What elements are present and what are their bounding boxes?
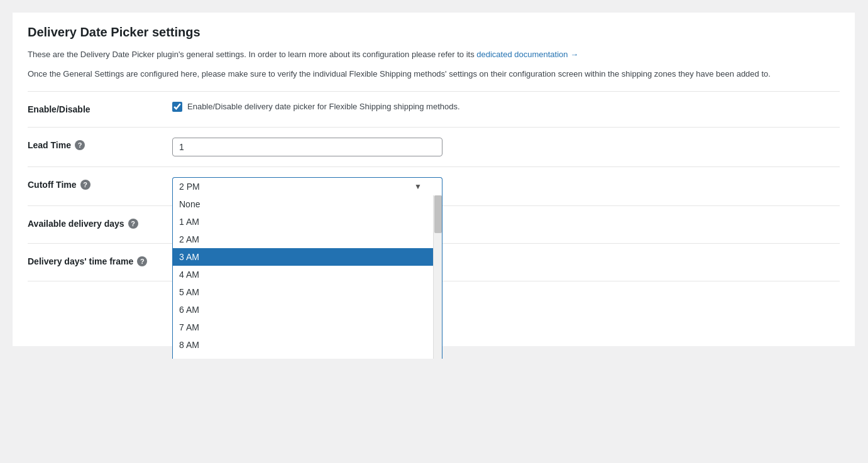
cutoff-time-row: Cutoff Time ? 2 PM ▼ None 1 AM (28, 166, 840, 205)
cutoff-time-select[interactable]: 2 PM ▼ (172, 177, 442, 195)
lead-time-field (166, 127, 840, 166)
option-6am[interactable]: 6 AM (173, 301, 433, 319)
enable-disable-checkbox[interactable] (172, 102, 182, 112)
cutoff-time-help-icon[interactable]: ? (80, 180, 91, 190)
save-row-label (28, 281, 166, 321)
option-9am[interactable]: 9 AM (173, 354, 433, 359)
lead-time-label: Lead Time ? (28, 127, 166, 166)
page-title: Delivery Date Picker settings (28, 25, 840, 40)
description-2: Once the General Settings are configured… (28, 68, 840, 81)
cutoff-time-label: Cutoff Time ? (28, 166, 166, 205)
dropdown-scrollbar[interactable] (433, 195, 442, 359)
description-1: These are the Delivery Date Picker plugi… (28, 48, 840, 62)
documentation-link[interactable]: dedicated documentation → (476, 50, 578, 59)
lead-time-help-icon[interactable]: ? (75, 140, 85, 150)
settings-table: Enable/Disable Enable/Disable delivery d… (28, 91, 840, 321)
cutoff-time-select-wrapper: 2 PM ▼ None 1 AM 2 AM 3 AM 4 AM 5 AM (172, 177, 442, 195)
cutoff-time-dropdown: None 1 AM 2 AM 3 AM 4 AM 5 AM 6 AM 7 AM … (172, 195, 442, 359)
option-2am[interactable]: 2 AM (173, 231, 433, 248)
available-delivery-days-help-icon[interactable]: ? (128, 219, 138, 229)
delivery-days-time-frame-help-icon[interactable]: ? (137, 256, 147, 266)
enable-disable-field: Enable/Disable delivery date picker for … (166, 91, 840, 127)
option-7am[interactable]: 7 AM (173, 319, 433, 336)
dropdown-scrollbar-thumb (434, 195, 442, 233)
cutoff-time-options-list[interactable]: None 1 AM 2 AM 3 AM 4 AM 5 AM 6 AM 7 AM … (173, 195, 433, 359)
chevron-down-icon: ▼ (414, 182, 422, 191)
cutoff-time-field: 2 PM ▼ None 1 AM 2 AM 3 AM 4 AM 5 AM (166, 166, 840, 205)
option-5am[interactable]: 5 AM (173, 283, 433, 301)
option-3am[interactable]: 3 AM (173, 248, 433, 266)
option-8am[interactable]: 8 AM (173, 336, 433, 354)
available-delivery-days-label: Available delivery days ? (28, 205, 166, 243)
option-1am[interactable]: 1 AM (173, 213, 433, 231)
cutoff-time-selected-value: 2 PM (179, 182, 200, 192)
enable-disable-checkbox-label[interactable]: Enable/Disable delivery date picker for … (172, 102, 833, 112)
enable-disable-label: Enable/Disable (28, 91, 166, 127)
enable-disable-row: Enable/Disable Enable/Disable delivery d… (28, 91, 840, 127)
settings-page: Delivery Date Picker settings These are … (13, 13, 855, 346)
option-none[interactable]: None (173, 195, 433, 213)
delivery-days-time-frame-label: Delivery days' time frame ? (28, 243, 166, 281)
lead-time-row: Lead Time ? (28, 127, 840, 166)
lead-time-input[interactable] (172, 138, 442, 156)
option-4am[interactable]: 4 AM (173, 266, 433, 283)
